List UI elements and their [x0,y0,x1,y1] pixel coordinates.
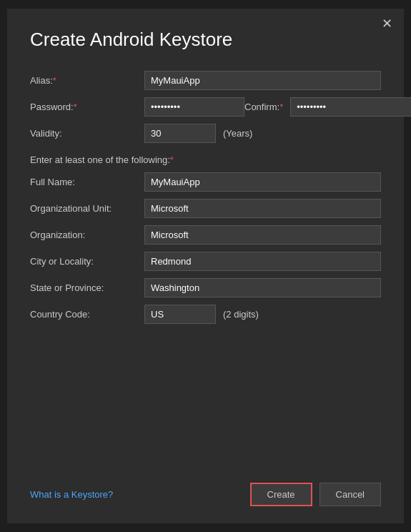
cancel-button[interactable]: Cancel [320,483,381,506]
fullname-label: Full Name: [30,177,144,187]
validity-label: Validity: [30,128,144,139]
keystore-link[interactable]: What is a Keystore? [30,489,113,500]
password-row: Password:* Confirm:* [30,97,381,117]
dialog-title: Create Android Keystore [30,29,381,51]
alias-label: Alias:* [30,75,144,86]
city-label: City or Locality: [30,256,144,267]
validity-row: Validity: (Years) [30,124,381,143]
alias-input[interactable] [144,71,381,90]
password-input[interactable] [144,97,244,117]
confirm-group: Confirm:* [244,97,411,117]
country-label: Country Code: [30,309,144,320]
org-label: Organization: [30,230,144,240]
footer: What is a Keystore? Create Cancel [30,474,381,506]
org-unit-label: Organizational Unit: [30,203,144,214]
footer-buttons: Create Cancel [250,483,382,506]
form-area: Alias:* Password:* Confirm:* Validity: (… [30,71,381,460]
city-input[interactable] [144,252,381,271]
state-row: State or Province: [30,278,381,297]
org-unit-row: Organizational Unit: [30,199,381,218]
state-label: State or Province: [30,282,144,293]
fullname-input[interactable] [144,172,381,192]
country-hint: (2 digits) [223,309,259,320]
confirm-input[interactable] [290,97,411,117]
validity-unit: (Years) [223,128,252,139]
alias-required: * [53,75,56,86]
password-required: * [74,102,77,112]
state-input[interactable] [144,278,381,297]
org-input[interactable] [144,225,381,245]
confirm-required: * [279,102,283,112]
create-button[interactable]: Create [250,483,312,506]
org-unit-input[interactable] [144,199,381,218]
create-keystore-dialog: ✕ Create Android Keystore Alias:* Passwo… [7,9,404,523]
confirm-label: Confirm:* [244,102,283,112]
validity-input[interactable] [144,124,216,143]
alias-row: Alias:* [30,71,381,90]
country-input[interactable] [144,305,216,324]
city-row: City or Locality: [30,252,381,271]
close-button[interactable]: ✕ [382,17,392,30]
fullname-row: Full Name: [30,172,381,192]
password-label: Password:* [30,102,144,112]
org-row: Organization: [30,225,381,245]
country-row: Country Code: (2 digits) [30,305,381,324]
section-note: Enter at least one of the following:* [30,154,381,165]
